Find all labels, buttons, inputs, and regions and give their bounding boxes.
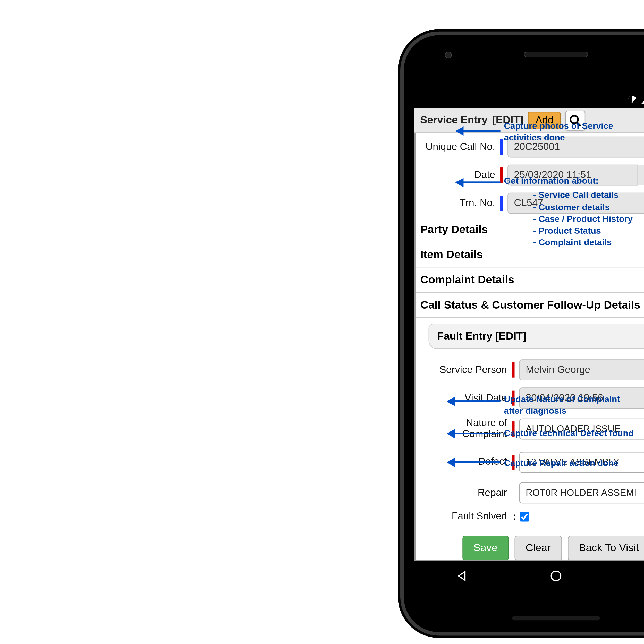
annotation-info-title: Get information about:: [504, 176, 598, 186]
nature-label: Nature of Complaint: [420, 418, 507, 440]
section-call-status[interactable]: Call Status & Customer Follow-Up Details: [416, 293, 644, 318]
front-camera: [445, 52, 452, 58]
annotation-defect: Capture technical Defect found: [504, 427, 639, 439]
annotation-info-item: Customer details: [533, 201, 644, 213]
unique-call-label: Unique Call No.: [420, 141, 495, 152]
wifi-icon: [627, 94, 638, 105]
cell-signal-icon: [641, 94, 644, 105]
repair-select[interactable]: ROT0R HOLDER ASSEMI: [519, 482, 644, 503]
section-label: Item Details: [420, 248, 482, 261]
screen: 12:29 Service Entry [EDIT] Add Expand: [414, 91, 644, 591]
nav-back-icon[interactable]: [455, 570, 468, 582]
bottom-speaker: [512, 616, 600, 620]
svg-point-18: [551, 571, 561, 581]
section-complaint-details[interactable]: Complaint Details: [416, 267, 644, 293]
back-to-visit-button[interactable]: Back To Visit: [567, 536, 644, 561]
page-title: Service Entry: [420, 114, 487, 126]
annotation-info-item: Case / Product History: [533, 213, 644, 225]
annotation-info-item: Complaint details: [533, 236, 644, 248]
annotation-info-list: Service Call details Customer details Ca…: [533, 189, 644, 248]
service-person-input[interactable]: Melvin George: [519, 359, 644, 380]
annotation-info: Get information about: Service Call deta…: [504, 175, 644, 248]
annotation-info-item: Service Call details: [533, 189, 644, 201]
annotation-camera: Capture photos of Service activities don…: [504, 120, 639, 144]
section-label: Call Status & Customer Follow-Up Details: [420, 299, 640, 311]
save-button[interactable]: Save: [462, 536, 509, 561]
annotation-arrow: [448, 400, 500, 402]
clear-button[interactable]: Clear: [514, 536, 562, 561]
section-label: Complaint Details: [420, 273, 514, 286]
annotation-nature: Update Nature of Complaint after diagnos…: [504, 393, 639, 417]
annotation-arrow: [456, 130, 500, 132]
status-bar: 12:29: [414, 91, 644, 108]
colon: :: [513, 510, 516, 523]
trn-no-label: Trn. No.: [420, 198, 495, 208]
required-marker: [500, 196, 503, 211]
required-marker: [500, 167, 503, 183]
annotation-arrow: [456, 181, 500, 183]
speaker: [524, 52, 588, 57]
fault-solved-label: Fault Solved: [420, 511, 507, 522]
fault-solved-checkbox[interactable]: [520, 512, 529, 521]
annotation-info-item: Product Status: [533, 225, 644, 236]
android-nav-bar: [414, 561, 644, 591]
required-marker: [512, 362, 514, 377]
nav-home-icon[interactable]: [549, 570, 562, 582]
annotation-arrow: [448, 433, 500, 434]
section-label: Party Details: [420, 223, 488, 236]
service-person-label: Service Person: [420, 365, 507, 375]
annotation-repair: Capture Repair action done: [504, 457, 639, 469]
repair-label: Repair: [420, 487, 507, 498]
annotation-arrow: [448, 461, 500, 463]
fault-entry-header: Fault Entry [EDIT]: [428, 324, 644, 349]
required-marker: [500, 139, 503, 155]
